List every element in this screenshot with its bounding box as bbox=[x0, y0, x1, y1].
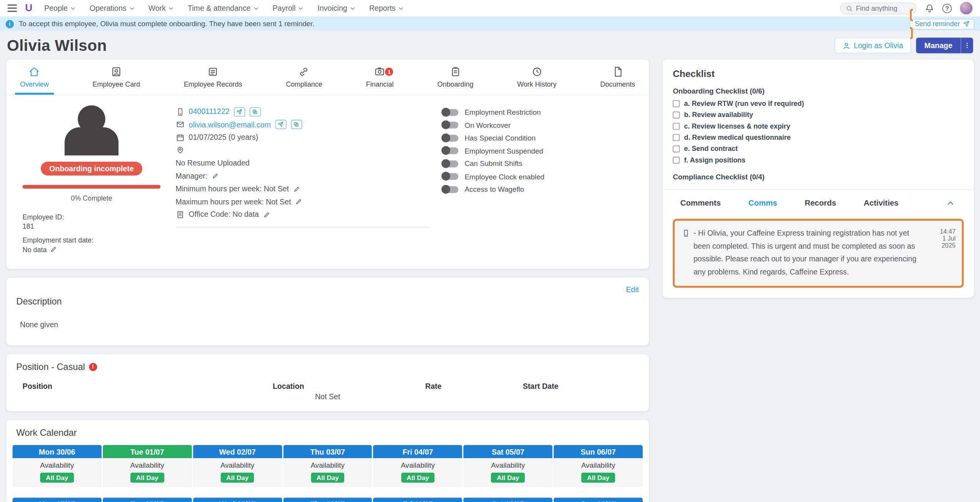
email-row: olivia.wilson@email.com bbox=[176, 118, 434, 131]
employee-id-value: 181 bbox=[23, 222, 161, 231]
edit-start-date-pencil-icon[interactable] bbox=[50, 246, 57, 253]
chevron-down-icon bbox=[398, 5, 404, 11]
edit-manager-pencil-icon[interactable] bbox=[212, 172, 219, 179]
nav-payroll[interactable]: Payroll bbox=[273, 4, 304, 13]
edit-min-hours-pencil-icon[interactable] bbox=[293, 186, 300, 192]
tab-work-history[interactable]: Work History bbox=[512, 60, 561, 95]
nav-people[interactable]: People bbox=[44, 4, 76, 13]
nav-work[interactable]: Work bbox=[148, 4, 174, 13]
search-input[interactable] bbox=[856, 4, 911, 12]
office-code-text: Office Code: No data bbox=[189, 210, 259, 219]
calendar-day: Sun 13/07 AvailabilityAll Day bbox=[554, 498, 643, 502]
nav-operations[interactable]: Operations bbox=[90, 4, 135, 13]
profile-summary: Onboarding incomplete 0% Complete Employ… bbox=[6, 95, 649, 269]
send-email-button[interactable] bbox=[275, 120, 286, 129]
checkbox[interactable] bbox=[673, 111, 680, 118]
edit-max-hours-pencil-icon[interactable] bbox=[295, 198, 302, 205]
nav-reports[interactable]: Reports bbox=[369, 4, 404, 13]
collapse-chevron-up-icon[interactable] bbox=[946, 199, 955, 207]
manager-label: Manager: bbox=[176, 172, 208, 181]
status-badge: Onboarding incomplete bbox=[40, 162, 142, 176]
all-day-badge: All Day bbox=[311, 473, 344, 483]
edit-description-link[interactable]: Edit bbox=[16, 285, 639, 294]
copy-email-button[interactable] bbox=[291, 120, 302, 129]
chevron-down-icon bbox=[253, 5, 259, 11]
toggle-can-submit-shifts[interactable] bbox=[442, 160, 458, 167]
checkbox[interactable] bbox=[673, 134, 680, 141]
checklist-item: b. Review availability bbox=[673, 110, 964, 119]
checklist-item: c. Review licenses & note expiry bbox=[673, 122, 964, 131]
foundu-logo[interactable]: U bbox=[25, 3, 32, 13]
nav-time-attendance[interactable]: Time & attendance bbox=[188, 4, 259, 13]
employee-flags: Employment Restriction On Workcover Has … bbox=[434, 105, 633, 254]
divider bbox=[176, 227, 429, 228]
toggle-special-condition[interactable] bbox=[442, 135, 458, 142]
calendar-day: Mon 07/07 AvailabilityAll Day bbox=[13, 498, 102, 502]
more-options-kebab-icon[interactable] bbox=[961, 38, 973, 54]
chevron-down-icon bbox=[168, 5, 174, 11]
description-title: Description bbox=[16, 296, 639, 306]
send-reminder-button[interactable]: Send reminder bbox=[910, 18, 974, 29]
toggle-employment-suspended[interactable] bbox=[442, 147, 458, 154]
comms-section: Comments Comms Records Activities bbox=[663, 189, 974, 298]
toggle-employee-clock[interactable] bbox=[442, 173, 458, 180]
records-icon bbox=[208, 67, 218, 77]
checklist-card: Checklist Onboarding Checklist (0/6) a. … bbox=[663, 60, 974, 298]
phone-link[interactable]: 0400111222 bbox=[189, 107, 230, 116]
tab-records[interactable]: Records bbox=[805, 199, 836, 207]
send-icon bbox=[237, 109, 243, 115]
sms-phone-icon bbox=[682, 227, 690, 278]
checkbox[interactable] bbox=[673, 100, 680, 107]
edit-office-code-pencil-icon[interactable] bbox=[263, 211, 270, 218]
employee-overview-card: Overview Employee Card Employee Records … bbox=[6, 60, 649, 269]
all-day-badge: All Day bbox=[401, 473, 434, 483]
phone-row: 0400111222 bbox=[176, 105, 434, 118]
calendar-day: Tue 01/07 AvailabilityAll Day bbox=[103, 445, 192, 487]
chevron-down-icon bbox=[350, 5, 355, 11]
tab-financial[interactable]: 1 Financial bbox=[361, 60, 399, 95]
login-as-button[interactable]: Login as Olivia bbox=[834, 38, 911, 54]
tab-onboarding[interactable]: Onboarding bbox=[432, 60, 479, 95]
position-empty-state: Not Set bbox=[16, 392, 639, 401]
tab-employee-card[interactable]: Employee Card bbox=[87, 60, 145, 95]
toggle-on-workcover[interactable] bbox=[442, 122, 458, 129]
checkbox[interactable] bbox=[673, 156, 680, 163]
checkbox[interactable] bbox=[673, 122, 680, 129]
page: U People Operations Work Time & attendan… bbox=[0, 0, 980, 502]
tab-documents[interactable]: Documents bbox=[595, 60, 640, 95]
toggle-access-wageflo[interactable] bbox=[442, 186, 458, 193]
checklist-item: e. Send contract bbox=[673, 144, 964, 153]
checklist-item: a. Review RTW (run vevo if required) bbox=[673, 99, 964, 108]
banner-text: To accept this employee, Olivia must com… bbox=[19, 20, 315, 28]
tab-employee-records[interactable]: Employee Records bbox=[179, 60, 247, 95]
col-rate: Rate bbox=[425, 382, 523, 391]
manage-button[interactable]: Manage bbox=[916, 41, 960, 50]
info-icon bbox=[6, 20, 14, 28]
copy-phone-button[interactable] bbox=[250, 107, 261, 116]
email-link[interactable]: olivia.wilson@email.com bbox=[189, 120, 271, 129]
hamburger-menu-icon[interactable] bbox=[8, 4, 17, 12]
toggle-row-on-workcover: On Workcover bbox=[442, 119, 633, 132]
tab-compliance[interactable]: Compliance bbox=[281, 60, 327, 95]
tab-comms[interactable]: Comms bbox=[749, 199, 777, 207]
office-code-row: Office Code: No data bbox=[176, 208, 434, 221]
position-title: Position - Casual bbox=[16, 362, 85, 372]
col-location: Location bbox=[273, 382, 425, 391]
toggle-employment-restriction[interactable] bbox=[442, 109, 458, 116]
employee-id-label: Employee ID: bbox=[23, 213, 161, 222]
start-date-label: Employment start date: bbox=[23, 236, 161, 245]
financial-icon: 1 bbox=[375, 67, 385, 77]
all-day-badge: All Day bbox=[221, 473, 254, 483]
checkbox[interactable] bbox=[673, 145, 680, 152]
tab-overview[interactable]: Overview bbox=[15, 60, 54, 95]
send-sms-button[interactable] bbox=[234, 107, 245, 116]
hire-date-value: 01/07/2025 (0 years) bbox=[189, 133, 258, 142]
tab-activities[interactable]: Activities bbox=[864, 199, 899, 207]
toggle-row-can-submit-shifts: Can Submit Shifts bbox=[442, 157, 633, 170]
nav-invoicing[interactable]: Invoicing bbox=[318, 4, 355, 13]
message-date: 1 Jul 2025 bbox=[933, 235, 956, 249]
page-header: Olivia Wilson Login as Olivia Manage bbox=[0, 31, 980, 60]
employee-avatar bbox=[59, 105, 124, 156]
home-icon bbox=[29, 67, 40, 77]
tab-comments[interactable]: Comments bbox=[680, 199, 721, 207]
